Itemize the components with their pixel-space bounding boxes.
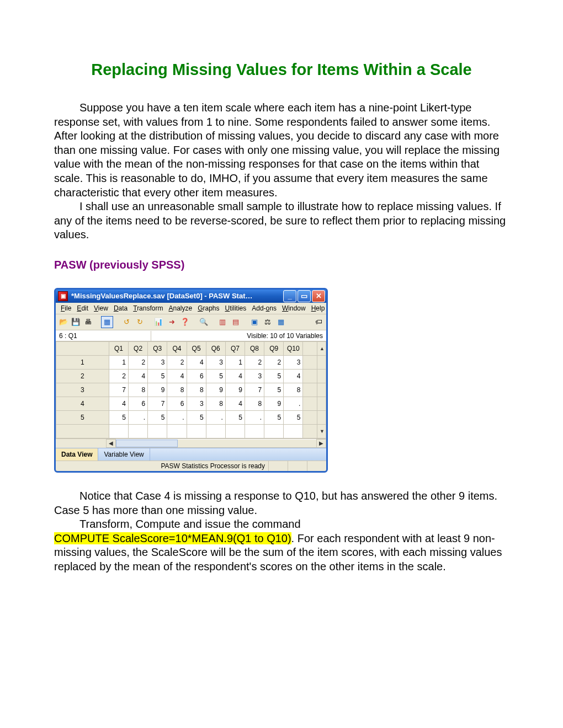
- find-icon[interactable]: 🔍: [198, 317, 209, 328]
- data-cell[interactable]: 8: [284, 383, 303, 397]
- col-header[interactable]: Q5: [187, 341, 206, 355]
- table-row[interactable]: 11232431223: [56, 355, 326, 369]
- col-header[interactable]: Q7: [225, 341, 245, 355]
- data-cell[interactable]: 4: [284, 369, 303, 383]
- data-cell[interactable]: 4: [109, 397, 128, 410]
- data-cell[interactable]: 4: [129, 369, 148, 383]
- data-cell[interactable]: [225, 424, 245, 438]
- menu-view[interactable]: View: [91, 304, 111, 313]
- data-cell[interactable]: 8: [187, 383, 206, 397]
- menu-addons[interactable]: Add-ons: [249, 304, 279, 313]
- table-row[interactable]: 4467638489.: [56, 397, 326, 410]
- data-cell[interactable]: 2: [245, 355, 264, 369]
- close-button[interactable]: ✕: [312, 290, 325, 302]
- data-cell[interactable]: 9: [148, 383, 167, 397]
- data-cell[interactable]: 4: [225, 397, 245, 410]
- data-cell[interactable]: .: [284, 397, 303, 410]
- data-cell[interactable]: 5: [225, 410, 245, 424]
- hscroll-left-icon[interactable]: ◀: [106, 439, 116, 448]
- data-cell[interactable]: 3: [187, 397, 206, 410]
- data-cell[interactable]: 8: [129, 383, 148, 397]
- data-cell[interactable]: 3: [284, 355, 303, 369]
- dataset-icon[interactable]: ▦: [101, 316, 113, 328]
- menu-help[interactable]: Help: [309, 304, 328, 313]
- tab-data-view[interactable]: Data View: [56, 448, 98, 461]
- menu-edit[interactable]: Edit: [74, 304, 91, 313]
- vscroll-down[interactable]: ▼: [317, 424, 326, 438]
- data-cell[interactable]: 5: [148, 369, 167, 383]
- row-header[interactable]: 2: [56, 369, 109, 383]
- table-row[interactable]: 37898899758: [56, 383, 326, 397]
- menu-utilities[interactable]: Utilities: [222, 304, 249, 313]
- titlebar[interactable]: ▣ *MissingValuesReplace.sav [DataSet0] -…: [56, 290, 326, 303]
- col-header[interactable]: Q6: [206, 341, 225, 355]
- data-cell[interactable]: 8: [206, 397, 225, 410]
- data-cell[interactable]: [187, 424, 206, 438]
- data-cell[interactable]: .: [129, 410, 148, 424]
- data-cell[interactable]: 9: [264, 397, 284, 410]
- data-cell[interactable]: 5: [109, 410, 128, 424]
- select-icon[interactable]: ▦: [275, 317, 286, 328]
- vscroll-track[interactable]: [317, 355, 326, 369]
- minimize-button[interactable]: _: [283, 290, 296, 302]
- redo-icon[interactable]: ↻: [134, 317, 145, 328]
- row-header[interactable]: 3: [56, 383, 109, 397]
- hscroll-thumb[interactable]: [116, 440, 178, 447]
- row-header[interactable]: 1: [56, 355, 109, 369]
- vscroll-track[interactable]: [317, 410, 326, 424]
- data-cell[interactable]: 1: [225, 355, 245, 369]
- value-labels-icon[interactable]: 🏷: [313, 317, 324, 328]
- col-header[interactable]: Q4: [167, 341, 187, 355]
- col-header[interactable]: Q2: [129, 341, 148, 355]
- data-cell[interactable]: 5: [206, 369, 225, 383]
- data-cell[interactable]: 4: [225, 369, 245, 383]
- col-header[interactable]: Q8: [245, 341, 264, 355]
- data-cell[interactable]: 6: [187, 369, 206, 383]
- print-icon[interactable]: 🖶: [82, 317, 93, 328]
- data-cell[interactable]: 2: [167, 355, 187, 369]
- data-cell[interactable]: 2: [109, 369, 128, 383]
- split-icon[interactable]: ▣: [249, 317, 260, 328]
- menu-window[interactable]: Window: [279, 304, 309, 313]
- data-cell[interactable]: [109, 424, 128, 438]
- data-cell[interactable]: [129, 424, 148, 438]
- data-cell[interactable]: [264, 424, 284, 438]
- data-cell[interactable]: .: [245, 410, 264, 424]
- data-cell[interactable]: 2: [264, 355, 284, 369]
- table-row[interactable]: 22454654354: [56, 369, 326, 383]
- data-cell[interactable]: 5: [148, 410, 167, 424]
- data-cell[interactable]: 1: [109, 355, 128, 369]
- data-cell[interactable]: 6: [167, 397, 187, 410]
- data-cell[interactable]: 5: [264, 410, 284, 424]
- menu-transform[interactable]: Transform: [130, 304, 166, 313]
- data-cell[interactable]: 7: [148, 397, 167, 410]
- tab-variable-view[interactable]: Variable View: [98, 448, 150, 461]
- data-cell[interactable]: 5: [187, 410, 206, 424]
- data-cell[interactable]: 7: [109, 383, 128, 397]
- goto-icon[interactable]: ➜: [166, 317, 177, 328]
- table-row[interactable]: 55.5.5.5.55: [56, 410, 326, 424]
- data-cell[interactable]: .: [167, 410, 187, 424]
- hscroll-right-icon[interactable]: ▶: [316, 439, 326, 448]
- row-header[interactable]: 5: [56, 410, 109, 424]
- data-cell[interactable]: 6: [129, 397, 148, 410]
- chart-icon[interactable]: 📊: [153, 317, 164, 328]
- data-cell[interactable]: 5: [284, 410, 303, 424]
- vscroll-track[interactable]: [317, 397, 326, 410]
- undo-icon[interactable]: ↺: [121, 317, 132, 328]
- save-icon[interactable]: 💾: [70, 317, 81, 328]
- data-cell[interactable]: 5: [264, 383, 284, 397]
- row-header[interactable]: 4: [56, 397, 109, 410]
- insert-var-icon[interactable]: ▤: [230, 317, 241, 328]
- insert-case-icon[interactable]: ▥: [217, 317, 228, 328]
- data-cell[interactable]: 2: [129, 355, 148, 369]
- maximize-button[interactable]: ▭: [298, 290, 311, 302]
- data-cell[interactable]: 8: [245, 397, 264, 410]
- data-cell[interactable]: [284, 424, 303, 438]
- vscroll-up[interactable]: ▲: [317, 341, 326, 355]
- open-icon[interactable]: 📂: [58, 317, 69, 328]
- data-cell[interactable]: 3: [245, 369, 264, 383]
- data-cell[interactable]: 5: [264, 369, 284, 383]
- col-header[interactable]: Q10: [284, 341, 303, 355]
- col-header[interactable]: Q9: [264, 341, 284, 355]
